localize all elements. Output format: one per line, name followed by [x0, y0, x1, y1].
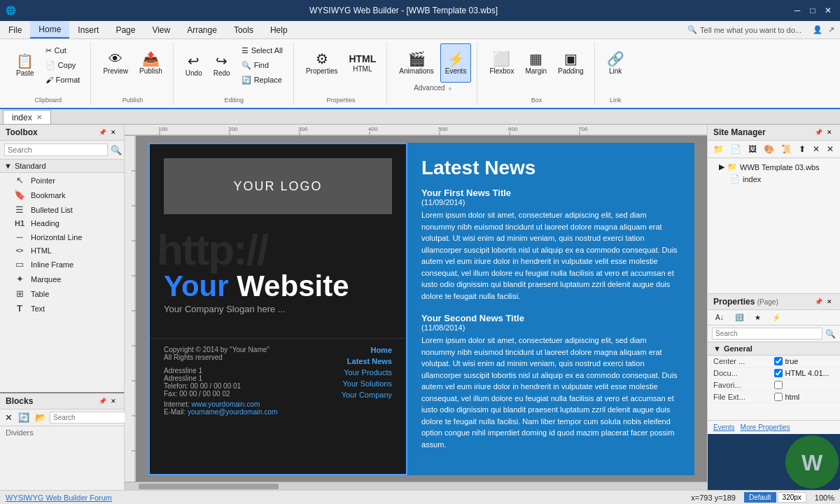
- replace-button[interactable]: 🔄 Replace: [237, 73, 288, 87]
- menu-view[interactable]: View: [144, 21, 178, 38]
- sm-btn-delete[interactable]: ✕: [810, 143, 822, 155]
- toolbox-pin-button[interactable]: 📌: [97, 127, 107, 137]
- blocks-refresh-button[interactable]: 🔄: [16, 412, 31, 424]
- toolbox-item-marquee[interactable]: ✦ Marquee: [0, 272, 124, 286]
- link-your-products[interactable]: Your Products: [342, 368, 392, 377]
- toolbox-item-table[interactable]: ⊞ Table: [0, 286, 124, 301]
- html-button[interactable]: HTML HTML: [344, 43, 381, 83]
- sm-btn-html[interactable]: 📄: [728, 143, 744, 155]
- props-filter-num[interactable]: 🔢: [730, 312, 748, 323]
- props-section-general[interactable]: ▼ General: [708, 342, 840, 356]
- props-filter-event[interactable]: ⚡: [767, 312, 785, 323]
- addr-fax: Fax: 00 00 / 00 00 02: [164, 390, 335, 398]
- canvas-scrollbar-horizontal[interactable]: [125, 482, 707, 490]
- format-painter-button[interactable]: 🖌 Format: [41, 73, 85, 87]
- menu-arrange[interactable]: Arrange: [178, 21, 225, 38]
- title-bar-icon: 🌐: [6, 6, 16, 15]
- sm-btn-image[interactable]: 🖼: [746, 143, 760, 155]
- marquee-icon: ✦: [14, 274, 25, 284]
- blocks-pin-button[interactable]: 📌: [97, 396, 107, 406]
- find-button[interactable]: 🔍 Find: [237, 58, 288, 72]
- props-checkbox-docu[interactable]: [774, 369, 783, 377]
- props-filter-alpha[interactable]: A↓: [710, 312, 729, 323]
- menu-home[interactable]: Home: [30, 21, 69, 38]
- site-manager-close-button[interactable]: ✕: [825, 127, 834, 137]
- redo-button[interactable]: ↪ Redo: [209, 46, 235, 85]
- menu-help[interactable]: Help: [262, 21, 296, 38]
- properties-close-button[interactable]: ✕: [825, 297, 834, 307]
- menu-insert[interactable]: Insert: [69, 21, 107, 38]
- props-checkbox-center[interactable]: [774, 357, 783, 365]
- slogan: Your Company Slogan here ...: [150, 301, 406, 317]
- maximize-button[interactable]: □: [806, 4, 819, 17]
- link-latest-news[interactable]: Latest News: [342, 357, 392, 365]
- blocks-delete-button[interactable]: ✕: [3, 412, 15, 424]
- svg-text:W: W: [802, 450, 823, 475]
- tree-item-index[interactable]: 📄 index: [727, 173, 837, 185]
- link-your-company[interactable]: Your Company: [342, 391, 392, 399]
- toolbox-close-button[interactable]: ✕: [108, 127, 118, 137]
- link-button[interactable]: 🔗 Link: [602, 43, 629, 83]
- select-all-button[interactable]: ☰ Select All: [237, 43, 288, 57]
- toolbox-item-bulleted-list[interactable]: ☰ Bulleted List: [0, 202, 124, 217]
- animations-button[interactable]: 🎬 Animations: [394, 43, 438, 83]
- close-button[interactable]: ✕: [822, 4, 834, 17]
- email-link[interactable]: yourname@yourdomain.com: [188, 408, 278, 416]
- sm-btn-style[interactable]: 🎨: [761, 143, 777, 155]
- toolbox-item-heading[interactable]: H1 Heading: [0, 217, 124, 230]
- sm-btn-upload[interactable]: ⬆: [796, 143, 808, 155]
- toolbox-item-inline-frame[interactable]: ▭ Inline Frame: [0, 257, 124, 272]
- cut-button[interactable]: ✂ Cut: [41, 43, 85, 57]
- internet-link[interactable]: www.yourdomain.com: [191, 400, 260, 408]
- minimize-button[interactable]: ─: [791, 4, 804, 17]
- news-item-2-date: (11/08/2014): [421, 323, 680, 332]
- status-view-default[interactable]: Default: [744, 492, 776, 503]
- blocks-folder-button[interactable]: 📂: [33, 412, 48, 424]
- events-button[interactable]: ⚡ Events: [440, 43, 472, 83]
- toolbox-section-standard[interactable]: ▼ Standard: [0, 160, 124, 173]
- toolbox-item-bookmark[interactable]: 🔖 Bookmark: [0, 188, 124, 202]
- link-your-solutions[interactable]: Your Solutions: [342, 379, 392, 388]
- toolbox-search-icon[interactable]: 🔍: [111, 145, 122, 155]
- publish-button[interactable]: 📤 Publish: [134, 43, 167, 83]
- doc-tabs: index ✕: [0, 109, 840, 125]
- props-value-file-ext: html: [774, 393, 835, 401]
- sm-btn-folder[interactable]: 📁: [710, 143, 727, 155]
- toolbox-search-input[interactable]: [4, 144, 108, 156]
- preview-button[interactable]: 👁 Preview: [98, 43, 133, 83]
- menu-page[interactable]: Page: [107, 21, 144, 38]
- toolbox-item-horizontal-line[interactable]: ─ Horizontal Line: [0, 230, 124, 244]
- properties-search-input[interactable]: [712, 328, 822, 340]
- copy-button[interactable]: 📄 Copy: [41, 58, 85, 72]
- properties-search-icon[interactable]: 🔍: [825, 329, 836, 339]
- menu-tools[interactable]: Tools: [225, 21, 262, 38]
- blocks-close-button[interactable]: ✕: [108, 396, 118, 406]
- toolbox-item-text[interactable]: T Text: [0, 301, 124, 316]
- props-link-events[interactable]: Events: [713, 424, 735, 431]
- padding-button[interactable]: ▣ Padding: [553, 43, 589, 83]
- margin-button[interactable]: ▦ Margin: [520, 43, 552, 83]
- site-manager-pin-button[interactable]: 📌: [813, 127, 823, 137]
- flexbox-button[interactable]: ⬜ Flexbox: [484, 43, 519, 83]
- tree-root[interactable]: ▶ 📁 WWB Template 03.wbs: [716, 161, 837, 173]
- properties-footer: Events More Properties: [708, 420, 840, 434]
- link-home[interactable]: Home: [342, 346, 392, 354]
- undo-button[interactable]: ↩ Undo: [181, 46, 207, 85]
- doc-tab-close-icon[interactable]: ✕: [36, 113, 42, 121]
- blocks-search-input[interactable]: [50, 412, 125, 424]
- status-forum-link[interactable]: WYSIWYG Web Builder Forum: [6, 493, 112, 502]
- status-view-320[interactable]: 320px: [778, 492, 806, 503]
- properties-button[interactable]: ⚙ Properties: [301, 43, 343, 83]
- props-checkbox-favori[interactable]: [774, 381, 783, 389]
- sm-btn-script[interactable]: 📜: [778, 143, 794, 155]
- menu-file[interactable]: File: [0, 21, 30, 38]
- props-filter-star[interactable]: ★: [750, 312, 766, 323]
- sm-btn-close2[interactable]: ✕: [824, 143, 836, 155]
- props-link-more[interactable]: More Properties: [741, 424, 790, 431]
- doc-tab-index[interactable]: index ✕: [3, 110, 51, 124]
- properties-pin-button[interactable]: 📌: [813, 297, 823, 307]
- toolbox-item-pointer[interactable]: ↖ Pointer: [0, 173, 124, 188]
- toolbox-item-html[interactable]: <> HTML: [0, 244, 124, 257]
- paste-button[interactable]: 📋 Paste: [11, 46, 39, 85]
- props-checkbox-file-ext[interactable]: [774, 393, 783, 401]
